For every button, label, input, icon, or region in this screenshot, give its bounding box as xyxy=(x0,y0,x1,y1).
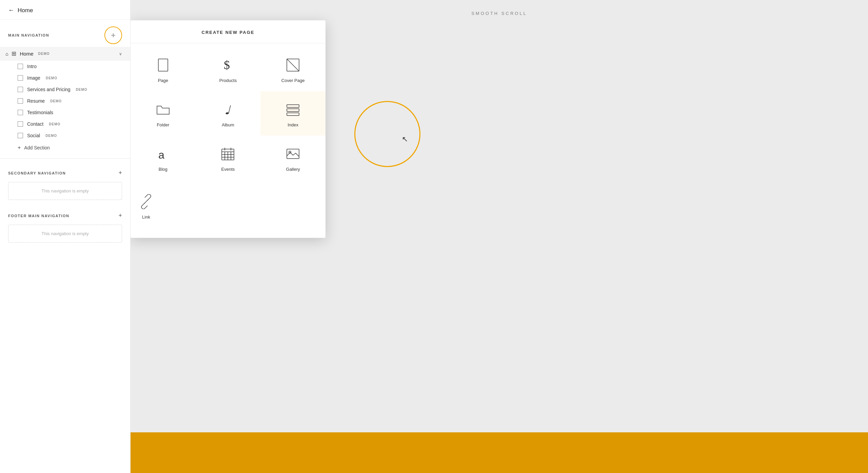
svg-rect-0 xyxy=(158,59,168,71)
svg-text:a: a xyxy=(158,149,164,161)
page-type-icon-folder xyxy=(154,101,172,118)
svg-line-20 xyxy=(144,200,148,204)
main-nav-label: MAIN NAVIGATION xyxy=(8,33,49,37)
footer-nav-label: FOOTER MAIN NAVIGATION xyxy=(8,214,69,218)
nav-item-intro[interactable]: Intro xyxy=(0,61,130,72)
nav-item-image[interactable]: Image DEMO xyxy=(0,72,130,84)
page-icon-social xyxy=(18,133,23,138)
contact-demo-badge: DEMO xyxy=(49,122,60,126)
page-icon-resume xyxy=(18,98,23,104)
page-type-label-link: Link xyxy=(142,214,150,220)
page-type-products[interactable]: $ Products xyxy=(196,47,261,91)
nav-label-testimonials: Testimonials xyxy=(27,110,53,115)
nav-label-services: Services and Pricing xyxy=(27,87,71,92)
resume-demo-badge: DEMO xyxy=(50,99,62,103)
page-type-page[interactable]: Page xyxy=(131,47,196,91)
nav-item-resume[interactable]: Resume DEMO xyxy=(0,95,130,107)
grid-view-icon: ⊞ xyxy=(12,50,16,57)
page-type-icon-gallery xyxy=(284,145,302,163)
svg-text:♩: ♩ xyxy=(224,103,231,117)
home-nav-label: Home xyxy=(20,51,33,57)
page-icon-intro xyxy=(18,64,23,69)
page-type-blog[interactable]: a Blog xyxy=(131,136,196,180)
page-type-link[interactable]: Link xyxy=(131,183,162,228)
main-nav-section: MAIN NAVIGATION + xyxy=(0,20,130,47)
page-type-label-blog: Blog xyxy=(159,167,167,172)
sub-nav-list: Intro Image DEMO Services and Pricing DE… xyxy=(0,61,130,141)
nav-item-contact[interactable]: Contact DEMO xyxy=(0,118,130,130)
plus-icon: + xyxy=(111,30,116,40)
page-type-label-cover: Cover Page xyxy=(281,78,305,83)
nav-label-image: Image xyxy=(27,75,40,81)
nav-label-contact: Contact xyxy=(27,121,43,127)
svg-rect-7 xyxy=(287,113,299,116)
page-type-label-album: Album xyxy=(222,122,234,127)
page-type-icon-blog: a xyxy=(154,145,172,163)
social-demo-badge: DEMO xyxy=(45,134,57,138)
main-content: SMOOTH SCROLL ere! I'm a graduate nt who… xyxy=(131,0,868,473)
nav-label-social: Social xyxy=(27,133,40,138)
nav-label-intro: Intro xyxy=(27,64,37,69)
page-type-label-index: Index xyxy=(288,122,298,127)
secondary-nav-empty: This navigation is empty xyxy=(8,182,122,200)
page-type-icon-products: $ xyxy=(219,56,237,74)
page-type-icon-index xyxy=(284,101,302,118)
page-type-icon-album: ♩ xyxy=(219,101,237,118)
page-type-label-products: Products xyxy=(219,78,237,83)
back-home-label[interactable]: Home xyxy=(18,7,33,14)
page-type-label-events: Events xyxy=(221,167,235,172)
modal-title: CREATE NEW PAGE xyxy=(131,20,326,43)
image-demo-badge: DEMO xyxy=(46,76,57,80)
add-section-label: Add Section xyxy=(24,145,50,150)
home-demo-badge: DEMO xyxy=(38,52,50,56)
svg-line-3 xyxy=(287,59,299,71)
plus-section-icon: + xyxy=(18,145,21,151)
page-type-icon-cover xyxy=(284,56,302,74)
page-type-label-page: Page xyxy=(158,78,168,83)
create-page-modal: CREATE NEW PAGE Page $ Products xyxy=(131,20,326,238)
secondary-nav-add-icon[interactable]: + xyxy=(118,169,122,177)
page-type-folder[interactable]: Folder xyxy=(131,91,196,136)
nav-item-services[interactable]: Services and Pricing DEMO xyxy=(0,84,130,95)
nav-item-social[interactable]: Social DEMO xyxy=(0,130,130,141)
secondary-nav-section: SECONDARY NAVIGATION + xyxy=(0,163,130,179)
add-page-button[interactable]: + xyxy=(104,26,122,44)
page-type-icon-page xyxy=(154,56,172,74)
nav-item-testimonials[interactable]: Testimonials xyxy=(0,107,130,118)
secondary-nav-label: SECONDARY NAVIGATION xyxy=(8,171,66,175)
nav-label-resume: Resume xyxy=(27,98,45,104)
page-type-index[interactable]: Index xyxy=(260,91,326,136)
home-current-icon: ⌂ xyxy=(5,51,8,57)
page-type-label-folder: Folder xyxy=(157,122,169,127)
home-chevron-icon[interactable]: ∨ xyxy=(119,52,122,56)
page-type-icon-link xyxy=(137,193,155,210)
page-type-events[interactable]: Events xyxy=(196,136,261,180)
footer-nav-section: FOOTER MAIN NAVIGATION + This navigation… xyxy=(0,205,130,243)
svg-rect-6 xyxy=(287,109,299,111)
page-type-album[interactable]: ♩ Album xyxy=(196,91,261,136)
page-icon-services xyxy=(18,87,23,92)
link-row: Link xyxy=(131,183,326,231)
page-icon-image xyxy=(18,75,23,81)
services-demo-badge: DEMO xyxy=(76,88,87,91)
footer-nav-empty: This navigation is empty xyxy=(8,225,122,243)
footer-nav-add-icon[interactable]: + xyxy=(118,212,122,219)
page-types-grid: Page $ Products Cover xyxy=(131,43,326,183)
page-type-gallery[interactable]: Gallery xyxy=(260,136,326,180)
add-section-button[interactable]: + Add Section xyxy=(0,141,130,154)
footer-nav-header: FOOTER MAIN NAVIGATION + xyxy=(0,205,130,222)
page-type-icon-events xyxy=(219,145,237,163)
page-type-cover[interactable]: Cover Page xyxy=(260,47,326,91)
home-nav-item[interactable]: ⌂ ⊞ Home DEMO ∨ xyxy=(0,47,130,61)
page-type-label-gallery: Gallery xyxy=(286,167,300,172)
svg-rect-5 xyxy=(287,105,299,107)
sidebar: ← Home MAIN NAVIGATION + ⌂ ⊞ Home DEMO ∨… xyxy=(0,0,131,473)
svg-text:$: $ xyxy=(224,58,230,72)
page-icon-contact xyxy=(18,121,23,127)
page-icon-testimonials xyxy=(18,110,23,115)
back-arrow-icon[interactable]: ← xyxy=(8,7,14,14)
sidebar-header: ← Home xyxy=(0,0,130,20)
